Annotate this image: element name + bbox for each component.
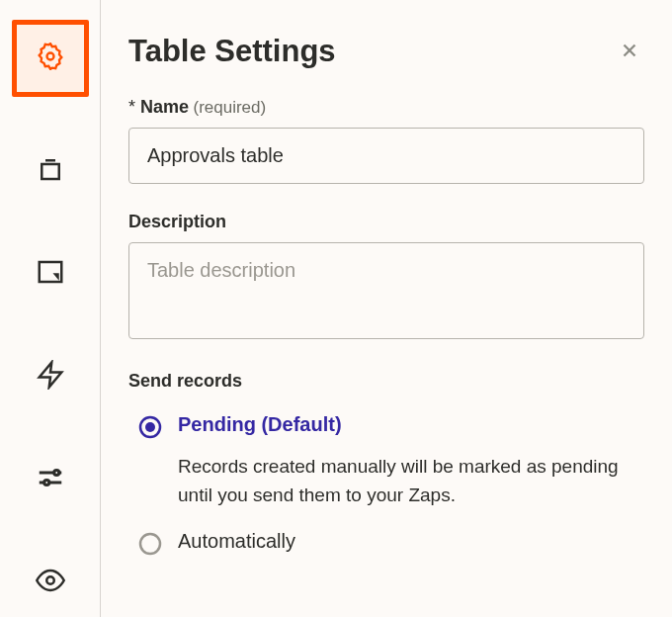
description-label-row: Description (128, 212, 644, 232)
sidebar-item-layers[interactable] (22, 142, 79, 200)
svg-point-0 (46, 53, 53, 60)
required-indicator: * (128, 97, 140, 117)
bolt-icon (36, 360, 65, 394)
sidebar-item-zap[interactable] (22, 348, 79, 405)
radio-option-pending[interactable]: Pending (Default) Records created manual… (138, 413, 644, 510)
radio-pending-description: Records created manually will be marked … (178, 452, 644, 510)
svg-marker-3 (39, 363, 61, 388)
radio-automatically-label: Automatically (178, 530, 644, 553)
terminal-icon (36, 257, 65, 291)
description-label: Description (128, 212, 226, 231)
svg-point-10 (145, 422, 155, 432)
layers-icon (36, 154, 65, 188)
close-button[interactable] (615, 36, 644, 69)
svg-point-11 (140, 534, 160, 554)
radio-pending-label: Pending (Default) (178, 413, 644, 436)
send-records-heading: Send records (128, 371, 644, 392)
eye-icon (36, 566, 65, 599)
description-textarea[interactable] (128, 242, 644, 339)
svg-point-5 (43, 481, 48, 485)
svg-rect-1 (42, 164, 59, 179)
close-icon (619, 47, 640, 64)
send-records-radio-group: Pending (Default) Records created manual… (128, 413, 644, 560)
page-title: Table Settings (128, 34, 336, 69)
sidebar-item-sliders[interactable] (22, 451, 79, 508)
svg-point-6 (46, 576, 54, 584)
sidebar (0, 0, 101, 617)
name-label: Name (140, 97, 189, 117)
svg-point-4 (53, 471, 58, 476)
radio-unselected-icon (138, 532, 162, 560)
sliders-icon (36, 463, 65, 496)
settings-panel: Table Settings * Name (required) Descrip… (101, 0, 672, 617)
name-hint: (required) (194, 98, 267, 117)
radio-selected-icon (138, 415, 162, 443)
name-input[interactable] (128, 128, 644, 184)
gear-icon (37, 43, 64, 74)
sidebar-item-views[interactable] (22, 554, 79, 611)
sidebar-item-script[interactable] (22, 245, 79, 303)
radio-option-automatically[interactable]: Automatically (138, 530, 644, 560)
sidebar-item-settings[interactable] (12, 20, 89, 97)
name-label-row: * Name (required) (128, 97, 644, 118)
